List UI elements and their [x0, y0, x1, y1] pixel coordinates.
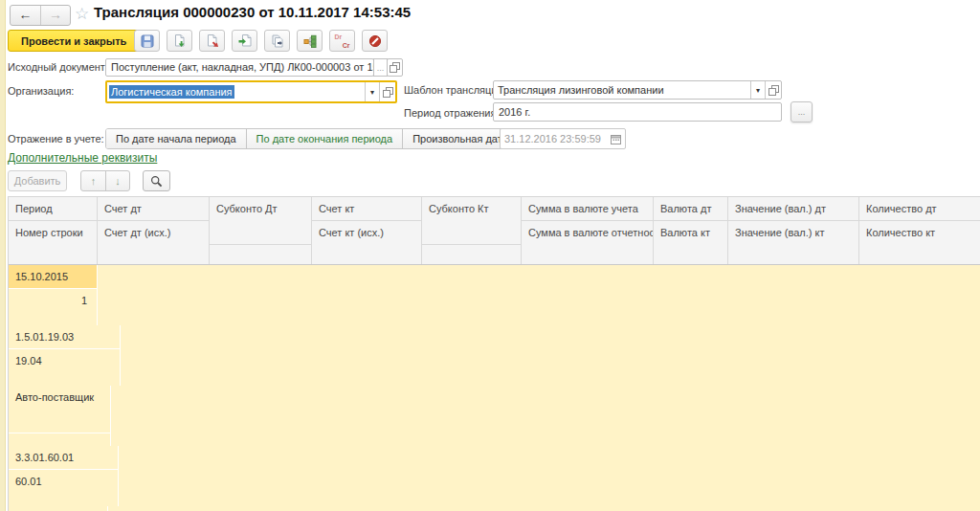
favorite-star-icon[interactable]: ☆	[75, 4, 89, 24]
template-label: Шаблон трансляции:	[404, 84, 506, 96]
cell-subconto-dt[interactable]: Авто-поставщик	[9, 386, 111, 446]
template-combobox[interactable]: Трансляция лизинговой компании ▾	[493, 80, 782, 100]
cell-acct-kt[interactable]: 3.3.01.60.0160.01	[9, 446, 119, 506]
unpost-document-icon[interactable]	[199, 30, 225, 52]
template-open-icon[interactable]	[765, 81, 781, 99]
form-accent-strip	[0, 0, 6, 511]
col-header-quantity: Количество дтКоличество кт	[859, 197, 980, 264]
move-row-group: ↑ ↓	[80, 170, 130, 191]
dr-cr-icon[interactable]: DrCr	[329, 30, 355, 52]
copy-document-icon[interactable]	[264, 30, 290, 52]
source-doc-choose-button[interactable]: ...	[373, 58, 388, 77]
search-icon[interactable]	[143, 170, 170, 191]
col-header-acct-dt: Счет дтСчет дт (исх.)	[98, 197, 210, 264]
period-choose-button[interactable]: ...	[791, 101, 813, 122]
add-row-button[interactable]: Добавить	[8, 170, 67, 191]
save-icon[interactable]	[134, 30, 160, 52]
toggle-period-end[interactable]: По дате окончания периода	[246, 129, 403, 148]
page-title: Трансляция 000000230 от 10.11.2017 14:53…	[94, 4, 411, 20]
back-button[interactable]: ←	[11, 6, 40, 25]
organization-open-icon[interactable]	[379, 82, 395, 101]
forward-button[interactable]: →	[40, 6, 70, 25]
col-header-subconto-dt: Субконто Дт	[210, 197, 312, 264]
move-up-icon[interactable]: ↑	[81, 171, 105, 190]
col-header-amount: Сумма в валюте учетаСумма в валюте отчет…	[522, 197, 654, 264]
additional-attributes-link[interactable]: Дополнительные реквизиты	[8, 151, 157, 165]
organization-dropdown-icon[interactable]: ▾	[365, 82, 379, 101]
template-dropdown-icon[interactable]: ▾	[750, 81, 765, 99]
source-doc-label: Исходный документ:	[8, 61, 108, 73]
cell-subconto-kt[interactable]: Авто-поставщикПриобретение ОС	[9, 506, 108, 511]
history-nav-group: ← →	[10, 5, 71, 26]
post-and-close-button[interactable]: Провести и закрыть	[8, 30, 140, 52]
create-based-on-icon[interactable]	[232, 30, 257, 52]
command-bar: DrCr	[134, 30, 388, 52]
organization-label: Организация:	[8, 85, 74, 97]
template-value[interactable]: Трансляция лизинговой компании	[494, 81, 750, 99]
document-form: { "window": { "title": "Трансляция 00000…	[0, 0, 980, 511]
cancel-posting-icon[interactable]	[362, 30, 388, 52]
toggle-period-start[interactable]: По дате начала периода	[106, 129, 246, 148]
table-header: ПериодНомер строки Счет дтСчет дт (исх.)…	[9, 197, 980, 265]
period-field[interactable]: 2016 г.	[493, 102, 782, 122]
period-label: Период отражения:	[404, 107, 500, 119]
reflection-date-field[interactable]: 31.12.2016 23:59:59	[500, 128, 626, 149]
reflection-date-value: 31.12.2016 23:59:59	[504, 133, 607, 144]
reflection-toggle-group: По дате начала периода По дате окончания…	[105, 128, 519, 149]
organization-value[interactable]: Логистическая компания	[107, 82, 365, 101]
cell-acct-dt[interactable]: 1.5.01.19.0319.04	[9, 325, 121, 386]
source-doc-field[interactable]: Поступление (акт, накладная, УПД) ЛК00-0…	[105, 58, 374, 77]
calendar-icon[interactable]	[611, 134, 621, 144]
col-header-subconto-kt: Субконто Кт	[422, 197, 522, 264]
post-document-icon[interactable]	[167, 30, 192, 52]
organization-combobox[interactable]: Логистическая компания ▾	[105, 80, 397, 103]
document-movements-icon[interactable]	[297, 30, 323, 52]
col-header-acct-kt: Счет ктСчет кт (исх.)	[312, 197, 422, 264]
col-header-currency: Валюта дтВалюта кт	[654, 197, 728, 264]
translation-table: ПериодНомер строки Счет дтСчет дт (исх.)…	[8, 196, 980, 511]
reflection-label: Отражение в учете:	[8, 133, 104, 144]
col-header-period: ПериодНомер строки	[9, 197, 98, 264]
table-row[interactable]: 15.10.20151 1.5.01.19.0319.04 Авто-поста…	[9, 265, 980, 511]
col-header-value-cur: Значение (вал.) дтЗначение (вал.) кт	[728, 197, 859, 264]
source-doc-open-icon[interactable]	[387, 58, 403, 77]
cell-period[interactable]: 15.10.20151	[9, 265, 98, 325]
move-down-icon[interactable]: ↓	[105, 171, 129, 190]
